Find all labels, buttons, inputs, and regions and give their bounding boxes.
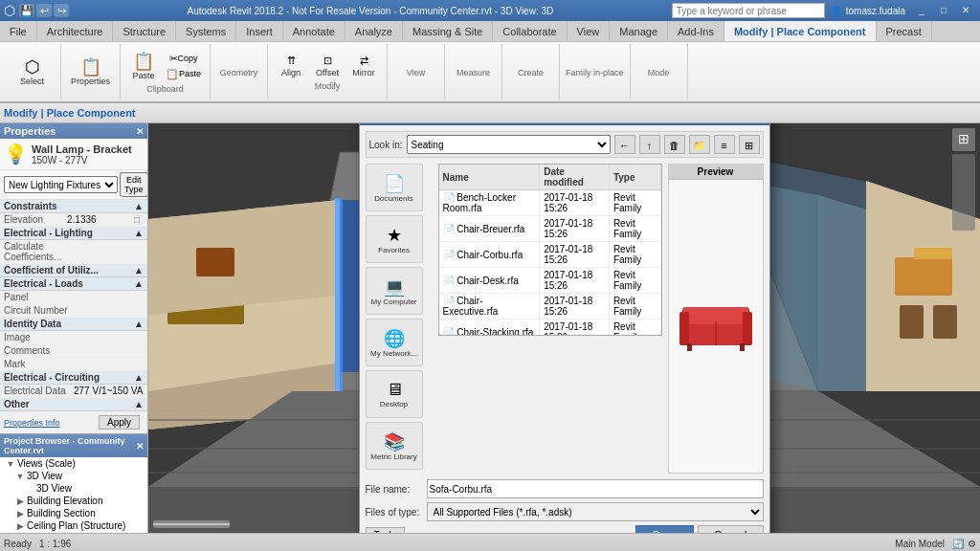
tree-item[interactable]: ▼ Views (Scale) — [0, 457, 147, 470]
table-row[interactable]: 📄 Chair-Corbu.rfa 2017-01-18 15:26 Revit… — [439, 242, 661, 268]
identity-data-section[interactable]: Identity Data ▲ — [0, 318, 147, 331]
elevation-btn[interactable]: □ — [130, 214, 144, 225]
tools-button[interactable]: Tools — [366, 527, 405, 534]
tab-addins[interactable]: Add-Ins — [668, 21, 724, 41]
cut-button[interactable]: ✂ Copy — [163, 52, 204, 66]
tree-item-label: 3D View — [27, 471, 62, 481]
component-type: 150W - 277V — [32, 155, 132, 165]
table-row[interactable]: 📄 Chair-Executive.rfa 2017-01-18 15:26 R… — [439, 294, 661, 320]
close-button[interactable]: ✕ — [955, 0, 976, 21]
filename-input[interactable] — [427, 479, 764, 498]
3d-viewport[interactable]: Cham ETe ⊞ 3D View: 3D Load Family _ □ ✕ — [148, 123, 980, 533]
tab-modify-place[interactable]: Modify | Place Component — [724, 21, 877, 41]
copy-button[interactable]: 📋 Paste — [163, 67, 204, 81]
other-section[interactable]: Other ▲ — [0, 398, 147, 411]
search-input[interactable] — [672, 3, 825, 18]
coefficient-section[interactable]: Coefficient of Utiliz... ▲ — [0, 264, 147, 277]
delete-button[interactable]: 🗑 — [664, 135, 685, 154]
nav-desktop[interactable]: 🖥 Desktop — [366, 370, 423, 418]
nav-back-button[interactable]: ← — [614, 135, 635, 154]
filetype-select[interactable]: All Supported Files (*.rfa, *.adsk) — [427, 502, 764, 521]
sync-icon[interactable]: 🔄 — [952, 539, 964, 549]
username: tomasz.fudala — [846, 6, 905, 16]
tree-item[interactable]: ▶ Detail — [0, 532, 147, 533]
settings-icon[interactable]: ⚙ — [968, 539, 976, 549]
apply-button[interactable]: Apply — [99, 415, 140, 430]
col-name: Name — [439, 165, 540, 190]
table-row[interactable]: 📄 Chair-Desk.rfa 2017-01-18 15:26 Revit … — [439, 268, 661, 294]
view-toggle-button[interactable]: ⊞ — [739, 135, 760, 154]
file-type-cell: Revit Family — [609, 320, 660, 337]
tab-analyze[interactable]: Analyze — [345, 21, 403, 41]
tree-item[interactable]: ▶ Ceiling Plan (Structure) — [0, 519, 147, 532]
file-table: Name Date modified Type 📄 Bench-Locker R… — [439, 165, 661, 336]
tab-massing[interactable]: Massing & Site — [403, 21, 493, 41]
tree-expand-icon[interactable]: ▶ — [15, 509, 25, 518]
cancel-button[interactable]: Cancel — [698, 525, 763, 533]
open-button[interactable]: Open — [635, 525, 694, 533]
tab-insert[interactable]: Insert — [236, 21, 283, 41]
new-folder-button[interactable]: 📁 — [689, 135, 710, 154]
electrical-circuiting-section[interactable]: Electrical - Circuiting ▲ — [0, 371, 147, 385]
project-browser-header: Project Browser - Community Center.rvt ✕ — [0, 434, 147, 457]
table-row[interactable]: 📄 Chair-Stacking.rfa 2017-01-18 15:26 Re… — [439, 320, 661, 337]
tab-annotate[interactable]: Annotate — [283, 21, 345, 41]
mirror-button[interactable]: ⇄Mirror — [346, 53, 381, 79]
prop-category-dropdown: New Lighting Fixtures Edit Type — [0, 170, 147, 200]
tree-expand-icon[interactable]: ▼ — [15, 472, 25, 481]
tab-manage[interactable]: Manage — [610, 21, 668, 41]
properties-info-link[interactable]: Properties Info — [4, 418, 60, 428]
undo-icon[interactable]: ↩ — [36, 4, 52, 17]
dialog-toolbar: Look in: Seating ← ↑ 🗑 📁 ≡ ⊞ — [366, 131, 764, 158]
tab-collaborate[interactable]: Collaborate — [493, 21, 567, 41]
category-select[interactable]: New Lighting Fixtures — [4, 176, 118, 193]
redo-icon[interactable]: ↪ — [54, 4, 69, 17]
electrical-loads-section[interactable]: Electrical - Loads ▲ — [0, 277, 147, 291]
table-row[interactable]: 📄 Chair-Breuer.rfa 2017-01-18 15:26 Revi… — [439, 216, 661, 242]
tab-architecture[interactable]: Architecture — [37, 21, 114, 41]
tree-expand-icon[interactable]: ▶ — [15, 496, 25, 506]
nav-metric-library[interactable]: 📚 Metric Library — [366, 422, 423, 470]
minimize-button[interactable]: _ — [911, 0, 932, 21]
electrical-lighting-section[interactable]: Electrical - Lighting ▲ — [0, 227, 147, 240]
tree-item[interactable]: ▶ Building Section — [0, 507, 147, 519]
constraints-section[interactable]: Constraints ▲ — [0, 200, 147, 213]
filename-field: File name: — [366, 479, 764, 498]
tab-view[interactable]: View — [568, 21, 611, 41]
ribbon-group-mode: Mode — [631, 44, 688, 99]
computer-icon: 💻 — [384, 276, 405, 298]
preview-area — [669, 180, 763, 473]
nav-documents[interactable]: 📄 Documents — [366, 164, 423, 211]
look-in-select[interactable]: Seating — [407, 135, 611, 154]
dialog-actions: Tools Open Cancel — [366, 525, 764, 533]
tree-item[interactable]: 3D View — [0, 482, 147, 495]
maximize-button[interactable]: □ — [933, 0, 954, 21]
nav-network[interactable]: 🌐 My Network... — [366, 319, 423, 366]
scale-indicator: 1 : 1:96 — [39, 539, 71, 549]
align-button[interactable]: ⇈Align — [274, 53, 308, 79]
file-date-cell: 2017-01-18 15:26 — [540, 190, 610, 216]
tree-item[interactable]: ▶ Building Elevation — [0, 495, 147, 507]
tab-structure[interactable]: Structure — [113, 21, 176, 41]
tab-file[interactable]: File — [0, 21, 37, 41]
paste-button[interactable]: 📋 Paste — [126, 51, 161, 82]
nav-computer[interactable]: 💻 My Computer — [366, 267, 423, 315]
properties-close-button[interactable]: ✕ — [136, 126, 144, 137]
properties-button[interactable]: 📋 Properties — [67, 56, 114, 88]
tab-systems[interactable]: Systems — [176, 21, 236, 41]
edit-type-button[interactable]: Edit Type — [120, 172, 148, 197]
table-row[interactable]: 📄 Bench-Locker Room.rfa 2017-01-18 15:26… — [439, 190, 661, 216]
tab-precast[interactable]: Precast — [877, 21, 932, 41]
offset-button[interactable]: ⊡Offset — [310, 53, 345, 79]
nav-favorites[interactable]: ★ Favorites — [366, 215, 423, 263]
project-browser-close[interactable]: ✕ — [136, 441, 144, 452]
tree-expand-icon[interactable]: ▼ — [6, 459, 15, 469]
tree-item[interactable]: ▼ 3D View — [0, 470, 147, 482]
documents-icon: 📄 — [384, 173, 405, 194]
select-button[interactable]: ⬡ Select — [15, 56, 50, 88]
save-icon[interactable]: 💾 — [19, 4, 34, 17]
window-controls[interactable]: _ □ ✕ — [911, 0, 976, 21]
tree-expand-icon[interactable]: ▶ — [15, 521, 25, 531]
view-options-button[interactable]: ≡ — [714, 135, 735, 154]
nav-up-button[interactable]: ↑ — [639, 135, 660, 154]
